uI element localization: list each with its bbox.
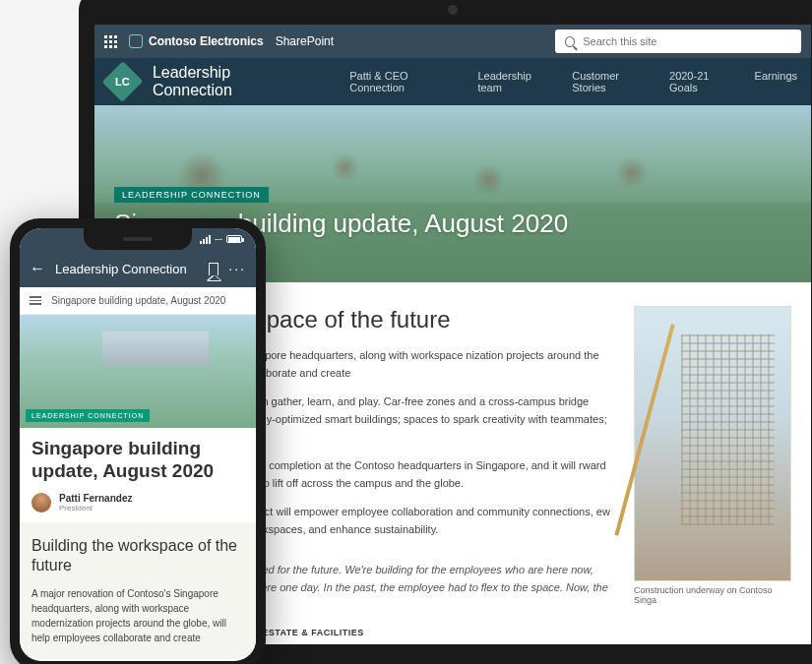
brand-icon — [129, 34, 143, 48]
suite-bar: Contoso Electronics SharePoint — [94, 25, 811, 58]
search-icon — [565, 36, 575, 47]
wifi-icon: ⁓ — [215, 235, 222, 244]
phone-header-title: Leadership Connection — [55, 262, 199, 276]
bookmark-icon[interactable] — [209, 263, 219, 275]
nav-item-earnings[interactable]: Earnings — [755, 70, 797, 93]
signal-icon — [200, 235, 211, 244]
phone-hero-tag: LEADERSHIP CONNECTION — [26, 409, 150, 422]
hero-category-tag: LEADERSHIP CONNECTION — [114, 187, 269, 203]
phone-hero-image: LEADERSHIP CONNECTION — [20, 315, 256, 428]
nav-item-goals[interactable]: 2020-21 Goals — [669, 70, 737, 93]
phone-body-text: A major renovation of Contoso's Singapor… — [31, 586, 244, 645]
phone-article: Singapore building update, August 2020 P… — [20, 428, 256, 661]
site-title[interactable]: Leadership Connection — [153, 64, 308, 99]
site-header: LC Leadership Connection Patti & CEO Con… — [94, 58, 811, 105]
search-input[interactable] — [583, 35, 791, 47]
phone-breadcrumb: Singapore building update, August 2020 — [51, 295, 225, 306]
phone-author-block: Patti Fernandez President — [31, 493, 244, 513]
hamburger-icon[interactable] — [30, 296, 41, 305]
battery-icon — [226, 235, 242, 243]
back-button[interactable]: ← — [30, 260, 45, 277]
brand-text: Contoso Electronics — [149, 34, 264, 48]
nav-item-patti[interactable]: Patti & CEO Connection — [349, 70, 460, 93]
author-name: Patti Fernandez — [59, 493, 132, 504]
phone-screen: ⁓ ← Leadership Connection ··· Singapore … — [20, 228, 256, 661]
search-box[interactable] — [555, 30, 801, 53]
more-menu-icon[interactable]: ··· — [228, 261, 246, 276]
brand[interactable]: Contoso Electronics — [129, 34, 264, 48]
phone-body-heading: Building the workspace of the future — [31, 536, 244, 577]
author-avatar — [31, 493, 51, 513]
phone-article-title: Singapore building update, August 2020 — [31, 438, 244, 483]
phone-subheader: Singapore building update, August 2020 — [20, 287, 256, 315]
phone-article-body: Building the workspace of the future A m… — [20, 522, 256, 660]
site-nav: Patti & CEO Connection Leadership team C… — [349, 70, 797, 93]
article-aside: Construction underway on Contoso Singa — [634, 306, 791, 644]
nav-item-stories[interactable]: Customer Stories — [572, 70, 652, 93]
phone-notch — [84, 228, 192, 250]
product-name[interactable]: SharePoint — [276, 34, 334, 48]
nav-item-leadership[interactable]: Leadership team — [477, 70, 554, 93]
app-launcher-icon[interactable] — [104, 35, 117, 48]
image-caption: Construction underway on Contoso Singa — [634, 585, 791, 605]
phone-device: ⁓ ← Leadership Connection ··· Singapore … — [10, 218, 266, 664]
construction-image — [634, 306, 791, 581]
phone-app-header: ← Leadership Connection ··· — [20, 250, 256, 287]
author-role: President — [59, 504, 132, 513]
site-logo[interactable]: LC — [102, 61, 144, 102]
tablet-camera — [448, 5, 458, 15]
